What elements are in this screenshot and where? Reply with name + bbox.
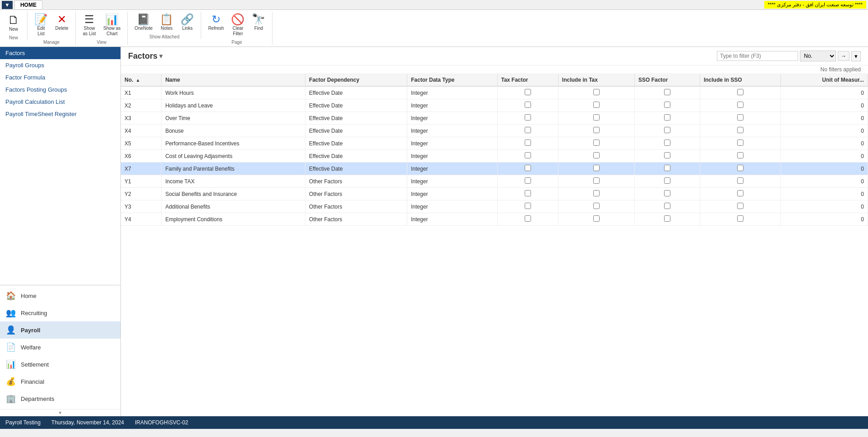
edit-list-button[interactable]: 📝 EditList: [31, 12, 51, 39]
cell-tax-factor-checkbox[interactable]: [525, 127, 531, 133]
table-row[interactable]: X4BonuseEffective DateInteger0: [121, 125, 868, 137]
show-as-list-button[interactable]: ☰ Showas List: [79, 12, 99, 39]
cell-sso-factor-checkbox[interactable]: [664, 127, 670, 133]
cell-include-tax-checkbox[interactable]: [593, 165, 600, 171]
sidebar-nav-item-settlement[interactable]: 📊 Settlement: [0, 356, 120, 373]
cell-tax-factor-checkbox[interactable]: [525, 114, 531, 121]
filter-select[interactable]: No.: [800, 51, 836, 61]
home-tab[interactable]: HOME: [14, 0, 42, 9]
sidebar-nav-item-home[interactable]: 🏠 Home: [0, 287, 120, 304]
onenote-button[interactable]: 📓 OneNote: [131, 12, 156, 33]
table-row[interactable]: X6Cost of Leaving AdjasmentsEffective Da…: [121, 150, 868, 163]
links-button[interactable]: 🔗 Links: [177, 12, 197, 33]
table-row[interactable]: X3Over TimeEffective DateInteger0: [121, 112, 868, 125]
cell-include-sso-checkbox[interactable]: [737, 114, 743, 121]
new-button[interactable]: 🗋 New: [4, 12, 23, 34]
cell-tax-factor-checkbox[interactable]: [525, 177, 531, 184]
cell-include-tax-checkbox[interactable]: [593, 139, 600, 146]
cell-sso-factor-checkbox[interactable]: [664, 203, 670, 209]
cell-tax-factor-checkbox[interactable]: [525, 152, 531, 158]
find-button[interactable]: 🔭 Find: [249, 12, 268, 33]
ribbon-buttons-new: 🗋 New: [4, 12, 23, 34]
table-row[interactable]: Y4Employment ConditionsOther FactorsInte…: [121, 213, 868, 226]
cell-include-sso-checkbox[interactable]: [737, 139, 743, 146]
delete-button[interactable]: ✕ Delete: [52, 12, 72, 33]
cell-unit: 0: [780, 86, 868, 99]
filter-arrow-button[interactable]: →: [838, 51, 850, 61]
cell-include-sso-checkbox[interactable]: [737, 215, 743, 222]
ribbon-group-new-label: New: [4, 35, 23, 40]
cell-include-tax-checkbox[interactable]: [593, 102, 600, 108]
refresh-icon: ↻: [212, 14, 221, 25]
filter-expand-button[interactable]: ▾: [851, 51, 861, 61]
table-row[interactable]: X2Holidays and LeaveEffective DateIntege…: [121, 99, 868, 112]
cell-tax-factor-checkbox[interactable]: [525, 190, 531, 196]
cell-no: X7: [121, 163, 162, 175]
cell-tax-factor-checkbox[interactable]: [525, 102, 531, 108]
sidebar-nav-item-recruiting[interactable]: 👥 Recruiting: [0, 304, 120, 321]
table-row[interactable]: X1Work HoursEffective DateInteger0: [121, 86, 868, 99]
cell-include-sso-checkbox[interactable]: [737, 177, 743, 184]
cell-include-tax-checkbox[interactable]: [593, 177, 600, 184]
ribbon-group-new: 🗋 New New: [4, 12, 28, 40]
cell-tax-factor-checkbox[interactable]: [525, 89, 531, 95]
clear-filter-button[interactable]: 🚫 ClearFilter: [228, 12, 248, 39]
col-unit: Unit of Measur...: [780, 74, 868, 86]
cell-name: Bonuse: [162, 125, 305, 137]
cell-include-sso-checkbox[interactable]: [737, 127, 743, 133]
notes-button[interactable]: 📋 Notes: [157, 12, 176, 33]
sidebar-nav-item-departments[interactable]: 🏢 Departments: [0, 390, 120, 407]
table-row[interactable]: X5Performance-Based IncentivesEffective …: [121, 137, 868, 150]
cell-include-sso-checkbox[interactable]: [737, 190, 743, 196]
sidebar-item-payroll-timesheet-register[interactable]: Payroll TimeSheet Register: [0, 108, 120, 120]
cell-tax-factor-checkbox[interactable]: [525, 165, 531, 171]
cell-data-type: Integer: [407, 188, 498, 200]
cell-include-tax-checkbox[interactable]: [593, 127, 600, 133]
table-row[interactable]: Y1Income TAXOther FactorsInteger0: [121, 175, 868, 188]
cell-sso-factor-checkbox[interactable]: [664, 190, 670, 196]
cell-tax-factor-checkbox[interactable]: [525, 203, 531, 209]
cell-sso-factor-checkbox[interactable]: [664, 177, 670, 184]
cell-include-tax-checkbox[interactable]: [593, 203, 600, 209]
cell-include-tax-checkbox[interactable]: [593, 114, 600, 121]
sidebar-item-factor-formula[interactable]: Factor Formula: [0, 71, 120, 84]
cell-tax-factor-checkbox[interactable]: [525, 215, 531, 222]
page-title-arrow[interactable]: ▾: [159, 52, 162, 60]
sidebar-nav-item-welfare[interactable]: 📄 Welfare: [0, 339, 120, 356]
cell-include-sso-checkbox[interactable]: [737, 203, 743, 209]
cell-include-sso-checkbox[interactable]: [737, 102, 743, 108]
cell-sso-factor-checkbox[interactable]: [664, 89, 670, 95]
cell-include-sso-checkbox[interactable]: [737, 165, 743, 171]
sidebar-item-factors[interactable]: Factors: [0, 47, 120, 59]
cell-include-tax-checkbox[interactable]: [593, 190, 600, 196]
cell-sso-factor-checkbox[interactable]: [664, 102, 670, 108]
cell-sso-factor: [635, 86, 700, 99]
table-row[interactable]: X7Family and Parental BenefitsEffective …: [121, 163, 868, 175]
sidebar-nav-item-financial[interactable]: 💰 Financial: [0, 373, 120, 390]
app-dropdown-button[interactable]: ▼: [2, 1, 13, 9]
home-icon: 🏠: [5, 291, 16, 301]
cell-tax-factor-checkbox[interactable]: [525, 139, 531, 146]
cell-include-sso-checkbox[interactable]: [737, 89, 743, 95]
cell-sso-factor-checkbox[interactable]: [664, 139, 670, 146]
table-row[interactable]: Y2Social Benefits and InsuranceOther Fac…: [121, 188, 868, 200]
cell-sso-factor-checkbox[interactable]: [664, 152, 670, 158]
filter-input[interactable]: [717, 51, 798, 61]
sidebar-item-payroll-groups[interactable]: Payroll Groups: [0, 59, 120, 71]
table-row[interactable]: Y3Additional BenefitsOther FactorsIntege…: [121, 200, 868, 213]
refresh-button[interactable]: ↻ Refresh: [205, 12, 227, 33]
cell-sso-factor-checkbox[interactable]: [664, 215, 670, 222]
cell-sso-factor-checkbox[interactable]: [664, 114, 670, 121]
sidebar-item-payroll-calculation-list[interactable]: Payroll Calculation List: [0, 96, 120, 108]
show-chart-icon: 📊: [105, 14, 119, 25]
cell-include-tax-checkbox[interactable]: [593, 215, 600, 222]
sidebar-nav-item-payroll[interactable]: 👤 Payroll: [0, 321, 120, 339]
cell-sso-factor-checkbox[interactable]: [664, 165, 670, 171]
cell-include-sso-checkbox[interactable]: [737, 152, 743, 158]
filter-bar: No. → ▾: [717, 51, 861, 61]
cell-include-tax-checkbox[interactable]: [593, 152, 600, 158]
show-as-chart-button[interactable]: 📊 Show asChart: [100, 12, 124, 39]
cell-include-tax-checkbox[interactable]: [593, 89, 600, 95]
sidebar-item-factors-posting-groups[interactable]: Factors Posting Groups: [0, 84, 120, 96]
col-no[interactable]: No. ▲: [121, 74, 162, 86]
